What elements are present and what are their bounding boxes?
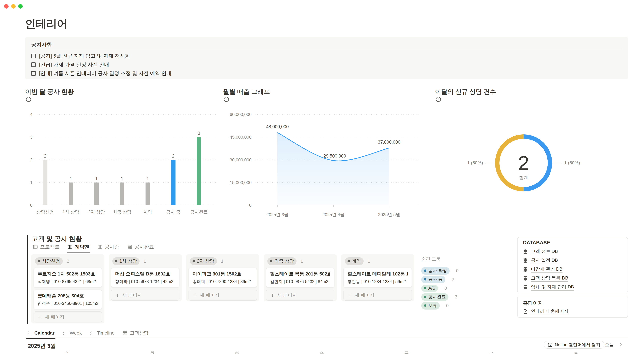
notice-item-text: [안내] 여름 시즌 인테리어 공사 일정 조정 및 사전 예약 안내 [39,70,172,77]
board-card[interactable]: 더샵 오피스텔 B동 1802호 정미라 | 010-5678-1234 | 4… [111,268,180,287]
column-count: 1 [144,259,146,264]
weekday-label: 월 [110,350,194,354]
calendar-tab-1[interactable]: Calendar [27,330,54,338]
card-title: 힐스테이트 목동 201동 502호 [270,271,330,277]
todo-checkbox[interactable] [31,62,36,67]
database-link[interactable]: 업체 및 자재 관리 DB [531,284,574,291]
card-title: 푸르지오 1차 502동 1503호 [38,271,98,277]
column-status-pill[interactable]: 2차 상담 [190,257,217,265]
column-status-pill[interactable]: 상담신청 [35,257,63,265]
database-link-row: 고객 상담 목록 DB [523,274,624,283]
new-page-button[interactable]: 새 페이지 [188,289,257,301]
svg-text:45,000,000: 45,000,000 [230,135,252,140]
calendar-tab-3[interactable]: Timeline [90,330,114,338]
hidden-group-pill[interactable]: 공사완료 [421,293,448,301]
notice-title: 공지사항 [31,41,52,48]
open-button-label: Notion 캘린더에서 열기 [555,342,600,348]
traffic-light-minimize[interactable] [11,4,16,9]
weekday-label: 화 [195,350,280,354]
board-tab-4[interactable]: 공사완료 [127,244,154,253]
svg-text:2025년 5월: 2025년 5월 [378,212,400,217]
page-title: 인테리어 [25,17,68,31]
board-tab-3[interactable]: 공사중 [98,244,119,253]
traffic-light-close[interactable] [4,4,8,9]
status-dot-icon [192,260,195,262]
calendar-tab-2[interactable]: Week [62,330,82,338]
chart-title: 이달의 신규 상담 건수 [435,88,496,96]
notice-item: [공지] 5월 신규 자재 입고 및 자재 전시회 [31,52,622,60]
board-view-icon [33,244,38,249]
column-header: 상담신청 2 [34,256,102,268]
board-tab-1[interactable]: 프로젝트 [33,244,60,253]
column-header: 최종 상담 1 [266,256,334,268]
calendar-tab-4[interactable]: 고객상담 [122,330,148,338]
svg-text:2: 2 [30,157,32,162]
database-link[interactable]: 고객 상담 목록 DB [531,275,568,282]
board-card[interactable]: 푸르지오 1차 502동 1503호 최재영 | 010-8765-4321 |… [34,268,102,287]
todo-checkbox[interactable] [31,71,36,76]
traffic-light-zoom[interactable] [18,4,23,9]
svg-text:2: 2 [44,154,46,159]
card-subtitle: 정미라 | 010-5678-1234 | 42m2 [115,279,174,284]
today-button[interactable]: 오늘 [605,342,614,348]
database-link-row: 고객 정보 DB [523,247,624,256]
column-header: 2차 상담 1 [188,256,257,268]
chart-title: 이번 달 공사 현황 [25,88,74,96]
calendar-icon: 9 [548,342,552,347]
plus-icon [270,293,275,297]
database-icon [523,267,528,272]
database-link[interactable]: 인테리어 홈페이지 [531,308,568,315]
calendar-navigation: 오늘 [596,341,623,349]
chevron-right-icon[interactable] [618,342,623,347]
hidden-group-pill[interactable]: 공사 중 [421,276,445,283]
hidden-group-pill[interactable]: A/S [421,285,438,292]
pie-chart-icon [435,96,442,102]
calendar-view-tabs: Calendar Week Timeline 고객상담 [27,330,148,338]
svg-text:37,800,000: 37,800,000 [378,140,400,145]
board-tab-2[interactable]: 계약전 [68,244,90,253]
svg-text:1: 1 [30,180,32,185]
board-card[interactable]: 힐스테이트 목동 201동 502호 김민지 | 010-9876-5432 |… [266,268,334,287]
chevron-left-icon[interactable] [596,342,600,347]
board-card[interactable]: 힐스테이트 메디알레 102동 102호 홍길동 | 010-1234-1234… [344,268,412,287]
checklist-view-icon [62,330,68,335]
homepage-panel: 홈페이지 인테리어 홈페이지 [517,296,628,318]
svg-text:계약: 계약 [144,209,152,214]
board-card[interactable]: 아이파크 301동 1502호 송태희 | 010-7890-1234 | 89… [188,268,257,287]
weekday-label: 목 [364,350,449,354]
hidden-group-pill[interactable]: 공사 확정 [421,267,450,275]
pie-chart-icon [26,96,32,102]
new-consultation-widget: 이달의 신규 상담 건수 1 (50%)1 (50%)2합계 [435,86,628,221]
checklist-view-icon [90,330,95,335]
database-link[interactable]: 마감재 관리 DB [531,266,562,273]
database-link[interactable]: 공사 일정 DB [531,257,558,264]
column-status-pill[interactable]: 1차 상담 [112,257,140,265]
svg-text:1: 1 [95,176,98,181]
svg-text:29,500,000: 29,500,000 [323,154,346,159]
open-in-notion-calendar-button[interactable]: 9 Notion 캘린더에서 열기 [544,341,604,349]
todo-checkbox[interactable] [31,54,36,58]
window-controls [4,4,23,9]
hidden-group-pill[interactable]: 보류 [421,302,440,309]
new-page-button[interactable]: 새 페이지 [111,289,180,301]
database-link[interactable]: 고객 정보 DB [531,248,558,255]
plus-icon [38,315,42,319]
new-page-button[interactable]: 새 페이지 [266,289,334,301]
hidden-group-count: 2 [452,277,454,282]
svg-text:15,000,000: 15,000,000 [230,180,252,185]
database-panel-title: DATABASE [523,240,550,245]
svg-text:1: 1 [121,176,123,181]
board-card[interactable]: 롯데캐슬 205동 304호 임성준 | 010-3456-8901 | 105… [34,289,102,309]
board-column: 상담신청 2 푸르지오 1차 502동 1503호 최재영 | 010-8765… [31,254,104,323]
new-page-button[interactable]: 새 페이지 [34,311,102,322]
new-page-button[interactable]: 새 페이지 [344,289,412,301]
hidden-group-count: 0 [456,268,458,273]
plus-icon [193,293,197,297]
svg-text:상담신청: 상담신청 [36,209,54,214]
column-status-pill[interactable]: 최종 상담 [267,257,296,265]
card-title: 더샵 오피스텔 B동 1802호 [115,271,176,277]
column-count: 1 [368,259,370,264]
svg-text:1 (50%): 1 (50%) [564,160,580,165]
column-status-pill[interactable]: 계약 [345,257,364,265]
card-title: 롯데캐슬 205동 304호 [38,293,98,299]
